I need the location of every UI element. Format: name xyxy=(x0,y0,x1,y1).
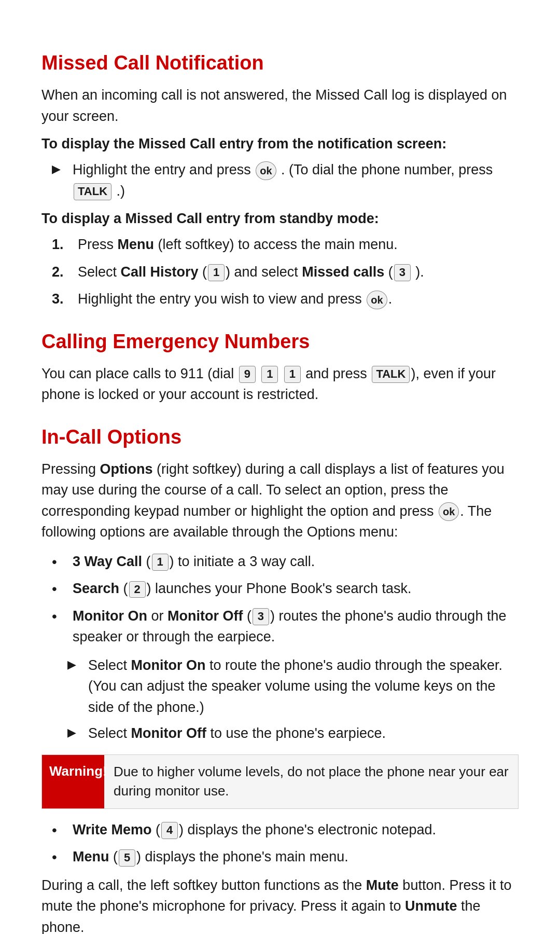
warning-box: Warning! Due to higher volume levels, do… xyxy=(41,754,519,809)
section-title-missed-call: Missed Call Notification xyxy=(41,52,519,74)
section-title-emergency: Calling Emergency Numbers xyxy=(41,331,519,353)
in-call-bullet-list-2: Write Memo (4) displays the phone's elec… xyxy=(41,819,519,868)
in-call-arrow-list: Select Monitor On to route the phone's a… xyxy=(41,655,519,744)
key-4: 4 xyxy=(161,822,178,839)
list-item: 3 Way Call (1) to initiate a 3 way call. xyxy=(52,551,519,572)
key-talk: TALK xyxy=(372,366,410,383)
key-1a: 1 xyxy=(261,366,278,383)
list-item: Menu (5) displays the phone's main menu. xyxy=(52,846,519,868)
ok-key-3: ok xyxy=(439,502,459,521)
key-3: 3 xyxy=(394,264,411,281)
list-item: Write Memo (4) displays the phone's elec… xyxy=(52,819,519,841)
list-item: Select Monitor Off to use the phone's ea… xyxy=(67,723,519,744)
key-1b: 1 xyxy=(284,366,301,383)
missed-call-label-2: To display a Missed Call entry from stan… xyxy=(41,211,519,227)
in-call-outro: During a call, the left softkey button f… xyxy=(41,875,519,934)
list-item: 3. Highlight the entry you wish to view … xyxy=(52,289,519,310)
warning-text: Due to higher volume levels, do not plac… xyxy=(104,755,518,808)
list-item: 2. Select Call History (1) and select Mi… xyxy=(52,262,519,283)
key-5: 5 xyxy=(119,849,135,867)
ok-key-2: ok xyxy=(367,291,387,309)
in-call-intro: Pressing Options (right softkey) during … xyxy=(41,459,519,543)
missed-call-numbered-list: 1. Press Menu (left softkey) to access t… xyxy=(41,234,519,310)
missed-call-label-1: To display the Missed Call entry from th… xyxy=(41,136,519,152)
list-item: Search (2) launches your Phone Book's se… xyxy=(52,578,519,599)
emergency-intro: You can place calls to 911 (dial 9 1 1 a… xyxy=(41,363,519,405)
key-9: 9 xyxy=(239,366,256,383)
key-3b: 3 xyxy=(253,608,269,625)
list-item: Highlight the entry and press ok . (To d… xyxy=(52,159,519,201)
warning-label: Warning! xyxy=(42,755,104,808)
list-item: 1. Press Menu (left softkey) to access t… xyxy=(52,234,519,255)
list-item: Select Monitor On to route the phone's a… xyxy=(67,655,519,718)
in-call-bullet-list-1: 3 Way Call (1) to initiate a 3 way call.… xyxy=(41,551,519,648)
key-1c: 1 xyxy=(152,554,169,571)
list-item: Monitor On or Monitor Off (3) routes the… xyxy=(52,606,519,648)
section-title-in-call: In-Call Options xyxy=(41,426,519,448)
ok-key: ok xyxy=(256,161,276,180)
talk-key: TALK xyxy=(74,183,111,200)
missed-call-arrow-list: Highlight the entry and press ok . (To d… xyxy=(41,159,519,201)
key-1: 1 xyxy=(208,264,225,281)
key-2: 2 xyxy=(129,581,146,598)
missed-call-intro: When an incoming call is not answered, t… xyxy=(41,85,519,127)
